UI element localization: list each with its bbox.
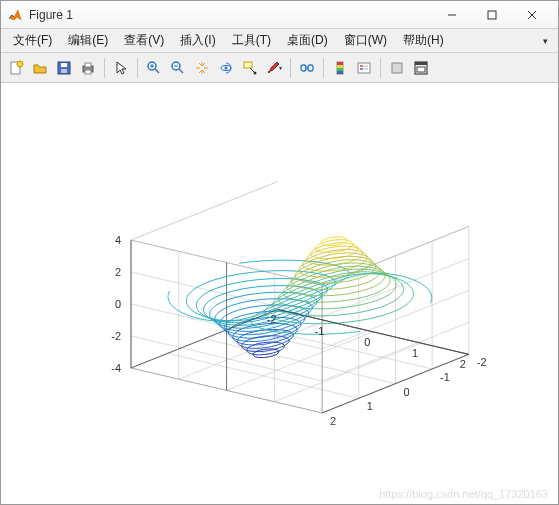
svg-line-2322 [359,251,362,252]
svg-line-777 [228,291,231,292]
svg-line-189 [287,343,288,344]
svg-line-2359 [319,250,322,251]
svg-line-2221 [321,256,324,257]
svg-line-226 [282,330,286,331]
menu-desktop[interactable]: 桌面(D) [279,29,336,52]
svg-rect-21 [244,62,252,68]
svg-line-1750 [339,271,343,272]
svg-line-992 [257,320,260,321]
svg-line-702 [210,316,211,318]
svg-line-1826 [388,294,390,295]
svg-line-1286 [299,298,301,299]
menu-file[interactable]: 文件(F) [5,29,60,52]
save-icon[interactable] [53,57,75,79]
data-cursor-icon[interactable] [239,57,261,79]
svg-line-778 [225,292,228,293]
pointer-icon[interactable] [110,57,132,79]
svg-line-550 [263,333,267,334]
svg-line-795 [249,287,253,288]
svg-line-470 [293,327,295,328]
svg-line-663 [279,325,282,326]
svg-line-1828 [384,296,386,297]
rotate-3d-icon[interactable] [215,57,237,79]
svg-line-2281 [355,273,357,274]
svg-line-1604 [306,284,308,285]
svg-line-612 [219,325,221,326]
svg-line-2271 [371,263,372,264]
svg-line-582 [218,312,219,313]
svg-line-85 [260,349,263,350]
svg-line-459 [302,321,303,322]
open-icon[interactable] [29,57,51,79]
close-button[interactable] [512,4,552,26]
svg-line-2129 [370,280,372,281]
svg-line-1613 [285,293,287,294]
pan-icon[interactable] [191,57,213,79]
minimize-button[interactable] [432,4,472,26]
svg-line-890 [229,284,231,285]
svg-line-558 [293,324,295,325]
zoom-in-icon[interactable] [143,57,165,79]
svg-line-1225 [189,316,192,317]
svg-text:0: 0 [364,336,370,348]
menu-view[interactable]: 查看(V) [116,29,172,52]
svg-line-149 [248,340,249,341]
svg-line-1517 [287,322,291,323]
svg-line-903 [235,282,239,283]
svg-line-127 [249,353,251,354]
svg-line-2183 [373,262,374,263]
svg-line-455 [304,320,305,321]
plot-area[interactable]: -4-2024-2-1012-2-1012 https://blog.csdn.… [1,83,558,504]
dock-icon[interactable] [410,57,432,79]
toolbar-separator [104,58,105,78]
svg-line-2514 [341,237,344,238]
legend-icon[interactable] [353,57,375,79]
svg-line-642 [258,330,262,331]
svg-line-1281 [311,294,313,295]
svg-line-229 [244,347,247,348]
svg-line-729 [311,296,313,297]
svg-line-617 [223,328,226,329]
svg-line-205 [249,332,251,333]
svg-line-1479 [268,306,269,307]
svg-line-2280 [364,269,365,270]
titlebar: Figure 1 [1,1,558,29]
svg-line-1578 [403,306,405,307]
colorbar-icon[interactable] [329,57,351,79]
svg-line-2295 [310,257,312,258]
svg-line-2037 [375,285,377,286]
menu-edit[interactable]: 编辑(E) [60,29,116,52]
zoom-out-icon[interactable] [167,57,189,79]
menu-window[interactable]: 窗口(W) [336,29,395,52]
svg-line-2318 [352,250,356,251]
svg-line-2051 [310,268,312,269]
brush-icon[interactable]: ▾ [263,57,285,79]
new-figure-icon[interactable] [5,57,27,79]
svg-line-112 [255,344,258,345]
svg-line-1461 [288,296,290,297]
svg-rect-39 [415,62,427,65]
maximize-button[interactable] [472,4,512,26]
svg-line-1848 [304,277,306,278]
svg-line-2353 [358,265,360,266]
svg-line-1961 [330,265,333,266]
svg-line-1322 [306,292,308,293]
svg-line-1459 [292,294,294,295]
link-icon[interactable] [296,57,318,79]
svg-line-996 [317,298,319,299]
menu-help[interactable]: 帮助(H) [395,29,452,52]
menu-tools[interactable]: 工具(T) [224,29,279,52]
matlab-icon [7,7,23,23]
menu-insert[interactable]: 插入(I) [172,29,223,52]
svg-line-881 [295,312,297,313]
svg-line-933 [197,308,198,309]
svg-point-20 [225,66,228,69]
menu-overflow-icon[interactable]: ▾ [537,36,554,46]
hide-tools-icon[interactable] [386,57,408,79]
svg-line-1291 [287,303,289,304]
svg-line-137 [284,347,285,348]
svg-line-386 [287,333,289,334]
svg-line-2319 [306,268,309,269]
svg-line-1868 [283,291,284,292]
print-icon[interactable] [77,57,99,79]
